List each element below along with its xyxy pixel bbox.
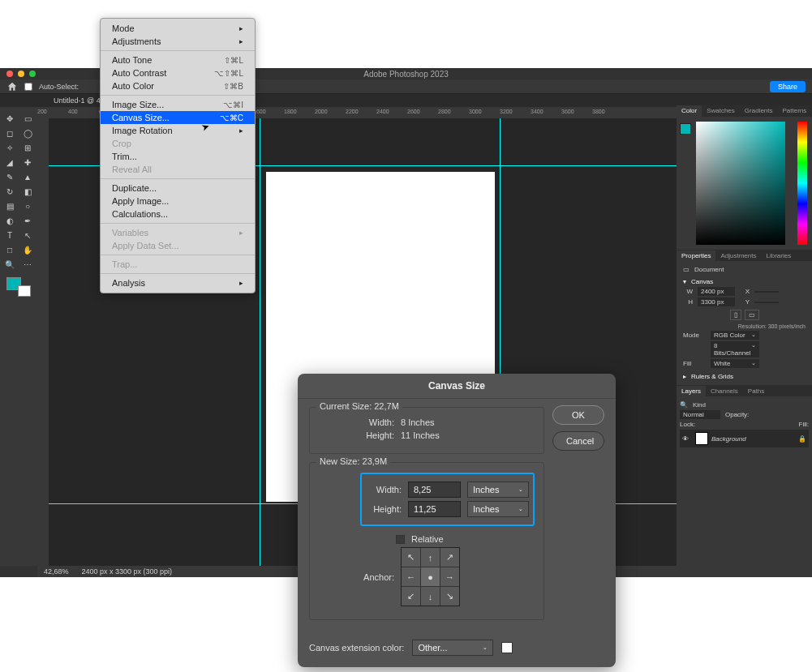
close-window-button[interactable] (6, 71, 13, 77)
artboard-tool[interactable]: ▭ (19, 112, 36, 125)
hue-slider[interactable] (797, 122, 807, 245)
menu-item-duplicate[interactable]: Duplicate... (101, 182, 255, 195)
new-width-input[interactable] (408, 482, 461, 498)
width-unit-select[interactable]: Inches⌄ (467, 482, 529, 498)
pen-tool[interactable]: ✒ (19, 214, 36, 227)
type-tool[interactable]: T (2, 229, 18, 242)
width-value[interactable]: 2400 px (698, 287, 735, 296)
tab-layers[interactable]: Layers (677, 386, 706, 396)
lasso-tool[interactable]: ◯ (19, 126, 36, 139)
layer-row[interactable]: 👁 Background 🔒 (680, 430, 809, 447)
menu-item-calculations[interactable]: Calculations... (101, 208, 255, 220)
hand-tool[interactable]: ✋ (19, 243, 36, 256)
guide-vertical[interactable] (260, 118, 260, 566)
zoom-tool[interactable]: 🔍 (2, 258, 18, 271)
marquee-tool[interactable]: ◻ (2, 126, 18, 139)
y-value[interactable] (754, 302, 779, 303)
lock-icon[interactable]: 🔒 (798, 435, 806, 443)
menu-item-auto-tone[interactable]: Auto Tone⇧⌘L (101, 54, 255, 66)
new-height-input[interactable] (408, 501, 461, 517)
menu-item-adjustments[interactable]: Adjustments▸ (101, 35, 255, 48)
anchor-center[interactable]: ● (421, 567, 440, 586)
rulers-section-header[interactable]: Rulers & Grids (691, 373, 733, 380)
ruler-tick: 3000 (469, 109, 482, 114)
orientation-landscape-button[interactable]: ▭ (745, 310, 759, 320)
extension-color-select[interactable]: Other...⌄ (412, 640, 493, 656)
tab-patterns[interactable]: Patterns (778, 105, 812, 117)
tab-gradients[interactable]: Gradients (740, 105, 778, 117)
visibility-icon[interactable]: 👁 (682, 435, 692, 443)
dodge-tool[interactable]: ◐ (2, 214, 18, 227)
move-tool[interactable]: ✥ (2, 112, 18, 125)
color-swatches[interactable] (6, 277, 31, 297)
auto-select-checkbox[interactable] (24, 83, 32, 91)
anchor-nw[interactable]: ↖ (402, 548, 420, 567)
ok-button[interactable]: OK (552, 405, 604, 425)
submenu-arrow-icon: ▸ (239, 126, 243, 135)
anchor-n[interactable]: ↑ (421, 548, 440, 567)
ruler-tick: 2200 (346, 109, 359, 114)
height-value[interactable]: 3300 px (698, 297, 735, 306)
kind-filter[interactable]: Kind (693, 401, 706, 409)
cancel-button[interactable]: Cancel (552, 431, 604, 451)
zoom-level[interactable]: 42,68% (44, 567, 69, 576)
anchor-w[interactable]: ← (402, 567, 420, 586)
fill-select[interactable]: White⌄ (711, 359, 759, 368)
blend-mode-select[interactable]: Normal (680, 410, 720, 419)
tab-properties[interactable]: Properties (677, 250, 715, 261)
menu-item-trim[interactable]: Trim... (101, 150, 255, 163)
extension-color-swatch[interactable] (501, 642, 513, 653)
color-picker[interactable] (677, 117, 812, 250)
tab-paths[interactable]: Paths (743, 386, 769, 396)
menu-item-image-rotation[interactable]: Image Rotation▸ (101, 124, 255, 137)
tab-adjustments[interactable]: Adjustments (715, 250, 761, 261)
minimize-window-button[interactable] (18, 71, 24, 77)
gradient-tool[interactable]: ▤ (2, 199, 18, 212)
tab-libraries[interactable]: Libraries (762, 250, 797, 261)
layer-name[interactable]: Background (711, 435, 746, 443)
crop-tool[interactable]: ⊞ (19, 141, 36, 154)
anchor-se[interactable]: ↘ (440, 587, 459, 606)
menu-item-canvas-size[interactable]: Canvas Size...⌥⌘C (101, 111, 255, 124)
path-tool[interactable]: ↖ (19, 229, 36, 242)
menu-item-apply-image[interactable]: Apply Image... (101, 195, 255, 208)
saturation-brightness-field[interactable] (696, 122, 785, 245)
menu-item-mode[interactable]: Mode▸ (101, 22, 255, 35)
current-color-swatch[interactable] (680, 123, 691, 135)
background-color[interactable] (18, 285, 31, 297)
share-button[interactable]: Share (770, 81, 806, 92)
relative-checkbox[interactable] (396, 535, 405, 544)
eyedropper-tool[interactable]: ◢ (2, 156, 18, 169)
home-icon[interactable] (6, 81, 18, 92)
more-tools[interactable]: ⋯ (19, 258, 36, 271)
anchor-s[interactable]: ↓ (421, 587, 440, 606)
tab-channels[interactable]: Channels (706, 386, 743, 396)
anchor-sw[interactable]: ↙ (402, 587, 420, 606)
anchor-grid[interactable]: ↖ ↑ ↗ ← ● → ↙ ↓ ↘ (401, 547, 460, 606)
bits-select[interactable]: 8 Bits/Channel⌄ (711, 341, 759, 357)
menu-item-auto-contrast[interactable]: Auto Contrast⌥⇧⌘L (101, 66, 255, 79)
menu-item-image-size[interactable]: Image Size...⌥⌘I (101, 98, 255, 111)
mode-select[interactable]: RGB Color⌄ (711, 331, 759, 340)
cur-height-value: 11 Inches (401, 430, 440, 440)
heal-tool[interactable]: ✚ (19, 156, 36, 169)
canvas-section-header[interactable]: Canvas (691, 278, 713, 285)
stamp-tool[interactable]: ▲ (19, 170, 36, 183)
tab-color[interactable]: Color (677, 105, 702, 117)
anchor-e[interactable]: → (440, 567, 459, 586)
anchor-ne[interactable]: ↗ (440, 548, 459, 567)
layer-thumbnail[interactable] (695, 432, 708, 445)
height-unit-select[interactable]: Inches⌄ (467, 501, 529, 517)
menu-item-auto-color[interactable]: Auto Color⇧⌘B (101, 79, 255, 92)
blur-tool[interactable]: ○ (19, 199, 36, 212)
eraser-tool[interactable]: ◧ (19, 185, 36, 198)
orientation-portrait-button[interactable]: ▯ (730, 310, 741, 320)
history-brush-tool[interactable]: ↻ (2, 185, 18, 198)
shape-tool[interactable]: □ (2, 243, 18, 256)
menu-item-analysis[interactable]: Analysis▸ (101, 276, 255, 289)
brush-tool[interactable]: ✎ (2, 170, 18, 183)
tab-swatches[interactable]: Swatches (702, 105, 740, 117)
x-value[interactable] (754, 291, 779, 293)
wand-tool[interactable]: ✧ (2, 141, 18, 154)
maximize-window-button[interactable] (29, 71, 36, 77)
